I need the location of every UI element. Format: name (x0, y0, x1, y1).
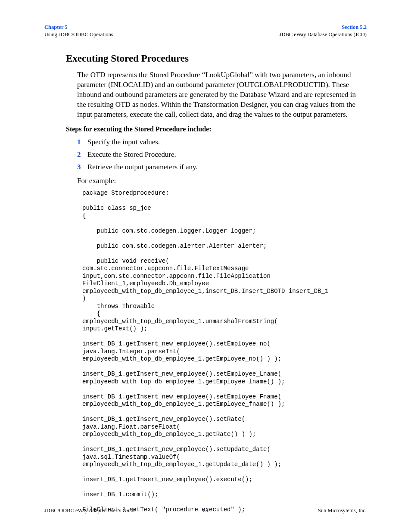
list-item: 3 Retrieve the output parameters if any. (77, 162, 367, 172)
steps-heading: Steps for executing the Stored Procedure… (66, 125, 367, 133)
section-subtitle: JDBC eWay Database Operations (JCD) (280, 31, 367, 38)
page: Chapter 5 Using JDBC/ODBC Operations Sec… (0, 0, 411, 532)
section-label: Section 5.2 (280, 24, 367, 31)
footer-right: Sun Microsytems, Inc. (318, 507, 367, 514)
code-block: package Storedprocedure; public class sp… (82, 190, 367, 514)
intro-paragraph: The OTD represents the Stored Procedure … (77, 70, 367, 120)
example-lead: For example: (77, 177, 367, 185)
chapter-label: Chapter 5 (44, 24, 113, 31)
page-header: Chapter 5 Using JDBC/ODBC Operations Sec… (44, 24, 367, 38)
step-number: 1 (77, 137, 87, 147)
step-text: Retrieve the output parameters if any. (87, 162, 198, 172)
footer-left: JDBC/ODBC eWay Adapter User’s Guide (44, 507, 136, 514)
page-number: 64 (203, 507, 209, 514)
step-number: 3 (77, 162, 87, 172)
list-item: 1 Specify the input values. (77, 137, 367, 147)
step-text: Specify the input values. (87, 137, 160, 147)
step-number: 2 (77, 150, 87, 160)
chapter-subtitle: Using JDBC/ODBC Operations (44, 31, 113, 38)
header-right: Section 5.2 JDBC eWay Database Operation… (280, 24, 367, 38)
page-footer: JDBC/ODBC eWay Adapter User’s Guide 64 S… (44, 507, 367, 514)
section-title: Executing Stored Procedures (66, 53, 367, 64)
header-left: Chapter 5 Using JDBC/ODBC Operations (44, 24, 113, 38)
step-text: Execute the Stored Procedure. (87, 150, 176, 160)
list-item: 2 Execute the Stored Procedure. (77, 150, 367, 160)
